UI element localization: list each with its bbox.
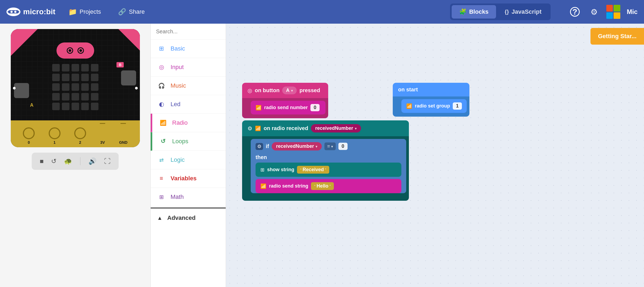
sidebar-item-led[interactable]: ◐ Led (151, 95, 226, 114)
radio-send-number-text: radio send number (264, 105, 308, 110)
sound-button[interactable]: 🔊 (87, 156, 98, 167)
question-icon: ? (570, 7, 580, 17)
led-3-1 (62, 93, 69, 101)
sidebar-item-input[interactable]: ◎ Input (151, 58, 226, 77)
chevron-up-icon: ▲ (157, 215, 162, 221)
sidebar-item-math[interactable]: ⊞ Math (151, 188, 226, 206)
button-b[interactable] (121, 70, 136, 85)
led-2-4 (91, 83, 98, 91)
signal-icon-2: 📶 (406, 103, 412, 109)
tab-javascript[interactable]: {} JavaScript (497, 5, 549, 19)
toolbox-divider (151, 207, 226, 209)
led-2-1 (62, 83, 69, 91)
help-button[interactable]: ? (568, 5, 582, 19)
eq-dropdown: ▾ (331, 144, 333, 149)
led-2-0 (52, 83, 60, 91)
sidebar-item-logic[interactable]: ⇄ Logic (151, 151, 226, 169)
pin-gnd: GND (119, 123, 128, 145)
share-icon: 🔗 (118, 8, 126, 16)
button-a[interactable] (14, 83, 29, 98)
radio-received-text: on radio received (264, 125, 308, 131)
toolbox-panel: 🔍 ⊞ Basic ◎ Input 🎧 Music ◐ Led 📶 Radio (151, 24, 226, 287)
quote-right-2: ” (330, 184, 331, 188)
blocks-label: Blocks (469, 8, 489, 15)
projects-button[interactable]: 📁 Projects (64, 6, 105, 18)
radio-label: Radio (172, 119, 187, 126)
if-condition-label: receivedNumber (276, 144, 314, 149)
eq-operator[interactable]: = ▾ (324, 142, 336, 150)
hello-string-value[interactable]: “ Hello ” (311, 182, 334, 190)
projects-label: Projects (80, 8, 101, 15)
signal-icon-1: 📶 (256, 105, 261, 111)
led-1-4 (91, 74, 98, 81)
pin-1[interactable]: 1 (49, 127, 61, 145)
logic-label: Logic (171, 156, 185, 163)
tab-group: 🧩 Blocks {} JavaScript (450, 3, 551, 20)
led-4-4 (91, 103, 98, 110)
sidebar-item-music[interactable]: 🎧 Music (151, 77, 226, 95)
if-condition-value[interactable]: 0 (338, 143, 348, 150)
ctrl-separator (80, 157, 80, 165)
radio-send-string-block: 📶 radio send string “ Hello ” (256, 179, 401, 193)
folder-icon: 📁 (68, 8, 77, 16)
logo[interactable]: micro:bit (6, 8, 55, 16)
sidebar-item-variables[interactable]: ≡ Variables (151, 169, 226, 188)
led-0-1 (62, 64, 69, 71)
on-start-header-text: on start (398, 87, 418, 93)
led-2-2 (72, 83, 79, 91)
block-on-start: on start 📶 radio set group 1 (393, 83, 469, 117)
getting-started-button[interactable]: Getting Star... (590, 28, 644, 45)
if-condition-param[interactable]: receivedNumber ▾ (272, 142, 322, 150)
pin-2[interactable]: 2 (74, 127, 86, 145)
led-0-3 (81, 64, 89, 71)
pin-0-circle (23, 127, 35, 139)
fullscreen-button[interactable]: ⛶ (102, 156, 112, 167)
pin-3v-bar (100, 123, 105, 139)
math-icon: ⊞ (157, 193, 166, 201)
blocks-icon: 🧩 (459, 8, 466, 15)
svg-point-1 (10, 11, 13, 13)
received-number-param[interactable]: receivedNumber ▾ (311, 124, 361, 132)
pin-0-label: 0 (28, 140, 30, 145)
slow-button[interactable]: 🐢 (62, 156, 74, 167)
stop-button[interactable]: ■ (38, 156, 45, 167)
sidebar-item-advanced[interactable]: ▲ Advanced (151, 210, 226, 226)
button-dropdown-arrow: ▾ (291, 88, 293, 93)
sidebar-item-loops[interactable]: ↺ Loops (151, 132, 226, 151)
mic-label: Mic (627, 8, 638, 16)
share-button[interactable]: 🔗 Share (114, 6, 149, 18)
radio-icon: 📶 (159, 119, 167, 127)
variables-icon: ≡ (157, 174, 166, 183)
ms-logo-yellow (614, 12, 620, 19)
advanced-label: Advanced (167, 214, 196, 221)
variables-label: Variables (171, 175, 197, 182)
led-3-3 (81, 93, 89, 101)
button-selector[interactable]: A ▾ (282, 87, 297, 94)
microsoft-logo (606, 5, 620, 19)
show-string-value[interactable]: “ Received ” (297, 166, 329, 174)
tab-blocks[interactable]: 🧩 Blocks (452, 5, 496, 19)
led-1-2 (72, 74, 79, 81)
settings-button[interactable]: ⚙ (588, 5, 600, 19)
input-icon: ◎ (157, 63, 166, 71)
sim-controls: ■ ↺ 🐢 🔊 ⛶ (32, 153, 119, 170)
restart-button[interactable]: ↺ (49, 156, 58, 167)
pin-2-label: 2 (79, 140, 81, 145)
basic-label: Basic (171, 45, 185, 52)
set-group-value[interactable]: 1 (453, 102, 462, 110)
led-3-0 (52, 93, 60, 101)
sidebar-item-basic[interactable]: ⊞ Basic (151, 40, 226, 58)
radio-send-number-block: 📶 radio send number 0 (251, 101, 325, 114)
pin-2-circle (74, 127, 86, 139)
send-number-value[interactable]: 0 (310, 104, 320, 111)
blocks-canvas[interactable]: Getting Star... ◎ on button A ▾ pressed … (226, 24, 644, 287)
signal-icon-4: 📶 (260, 183, 266, 189)
gold-pins: 0 1 2 3V GND (11, 123, 140, 145)
white-dot-left (13, 87, 16, 89)
search-input[interactable] (156, 28, 224, 35)
led-3-4 (91, 93, 98, 101)
pin-0[interactable]: 0 (23, 127, 35, 145)
if-keyword: if (266, 143, 269, 149)
sidebar-item-radio[interactable]: 📶 Radio (151, 114, 226, 132)
set-group-digit: 1 (456, 103, 459, 109)
